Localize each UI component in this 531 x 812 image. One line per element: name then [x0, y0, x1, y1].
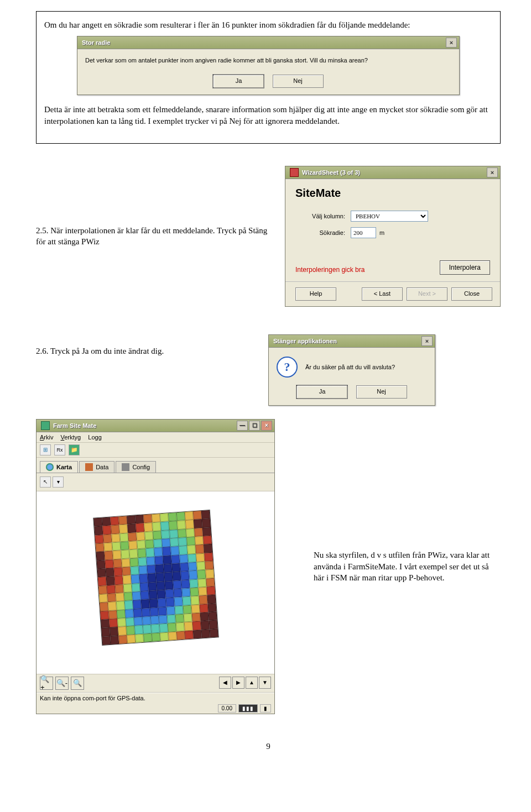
status-indicator-2: ▮ [260, 704, 271, 713]
confirm-dialog: Stänger applikationen × ? Är du säker på… [268, 334, 435, 406]
toolbar-rx-icon[interactable]: Rx [54, 444, 65, 455]
close-button[interactable]: Close [451, 287, 492, 301]
fsm-app-icon [41, 421, 50, 430]
tab-config[interactable]: Config [116, 461, 156, 473]
interpolate-button[interactable]: Interpolera [440, 260, 490, 275]
fsm-map-canvas[interactable] [37, 491, 274, 674]
tab-data[interactable]: Data [79, 461, 114, 473]
fsm-window: Farm Site Mate — ☐ × Arkiv Verktyg Logg … [36, 419, 275, 714]
zoom-in-icon[interactable]: 🔍+ [40, 677, 53, 690]
step-2-5-text: 2.5. När interpolationen är klar får du … [36, 225, 285, 248]
no-button[interactable]: Nej [356, 385, 407, 399]
zoom-fit-icon[interactable]: 🔍 [71, 677, 84, 690]
yes-button[interactable]: Ja [296, 385, 347, 399]
globe-icon [46, 463, 54, 471]
cursor-tool-icon[interactable]: ↖ [40, 476, 51, 488]
fsm-toolbar: ⊞ Rx 📁 [37, 443, 274, 458]
close-icon[interactable]: × [487, 167, 498, 177]
zoom-out-icon[interactable]: 🔍- [55, 677, 69, 690]
fsm-titlebar: Farm Site Mate — ☐ × [37, 420, 274, 432]
fsm-tabs: Karta Data Config [37, 458, 274, 473]
wizard-dialog: WizardSheet (3 of 3) × SiteMate Välj kol… [285, 166, 501, 307]
menu-logg[interactable]: Logg [88, 434, 101, 441]
last-button[interactable]: < Last [362, 287, 403, 301]
next-button: Next > [407, 287, 447, 301]
fsm-title: Farm Site Mate [53, 420, 96, 432]
menu-verktyg[interactable]: Verktyg [61, 434, 81, 441]
confirm-title: Stänger applikationen [273, 335, 337, 347]
minimize-icon[interactable]: — [237, 421, 248, 431]
wizard-title: WizardSheet (3 of 3) [302, 166, 360, 179]
pan-up-icon[interactable]: ▲ [246, 677, 258, 689]
coord-display: 0.00 [218, 704, 236, 713]
radius-unit: m [379, 229, 384, 236]
yes-button[interactable]: Ja [213, 75, 264, 88]
note-outro: Detta är inte att betrakta som ett felme… [44, 104, 492, 127]
config-icon [122, 463, 129, 471]
step-2-6-text: 2.6. Tryck på Ja om du inte ändrat dig. [36, 334, 268, 357]
stor-radie-message: Det verkar som om antalet punkter inom a… [77, 49, 459, 71]
status-indicator-1: ▮▮▮ [238, 704, 258, 713]
wizard-app-icon [290, 168, 299, 177]
page-number: 9 [36, 742, 501, 751]
question-icon: ? [277, 357, 298, 378]
stor-radie-title: Stor radie [82, 36, 110, 49]
data-icon [85, 463, 93, 471]
pan-down-icon[interactable]: ▼ [259, 677, 271, 689]
note-box: Om du har angett en sökradie som resulte… [36, 11, 501, 144]
dropdown-icon[interactable]: ▾ [53, 476, 64, 488]
close-icon[interactable]: × [446, 38, 457, 48]
confirm-message: Är du säker på att du vill avsluta? [305, 364, 395, 370]
pan-right-icon[interactable]: ▶ [232, 677, 244, 689]
toolbar-map-icon[interactable]: ⊞ [40, 444, 51, 455]
toolbar-folder-icon[interactable]: 📁 [69, 444, 80, 455]
tab-karta[interactable]: Karta [40, 461, 78, 473]
radius-label: Sökradie: [295, 229, 351, 236]
menu-arkiv[interactable]: Arkiv [40, 434, 53, 441]
column-label: Välj kolumn: [295, 213, 351, 219]
stor-radie-titlebar: Stor radie × [77, 36, 459, 49]
maximize-icon[interactable]: ☐ [249, 421, 260, 431]
close-icon[interactable]: × [421, 336, 433, 346]
close-icon[interactable]: × [261, 421, 272, 431]
radius-input[interactable] [351, 227, 376, 238]
fsm-description: Nu ska styrfilen, d v s utfilen från PWi… [314, 549, 491, 583]
wizard-titlebar: WizardSheet (3 of 3) × [285, 166, 500, 179]
help-button[interactable]: Help [295, 287, 336, 301]
wizard-heading: SiteMate [295, 187, 490, 200]
column-select[interactable]: PBEHOV [351, 211, 428, 222]
pan-left-icon[interactable]: ◀ [219, 677, 231, 689]
heatmap-grid [93, 510, 219, 646]
no-button[interactable]: Nej [273, 75, 324, 88]
fsm-status-message: Kan inte öppna com-port för GPS-data. [37, 693, 274, 703]
fsm-menubar: Arkiv Verktyg Logg [37, 432, 274, 443]
note-intro: Om du har angett en sökradie som resulte… [44, 19, 492, 30]
confirm-titlebar: Stänger applikationen × [269, 335, 435, 348]
stor-radie-dialog: Stor radie × Det verkar som om antalet p… [77, 36, 460, 95]
